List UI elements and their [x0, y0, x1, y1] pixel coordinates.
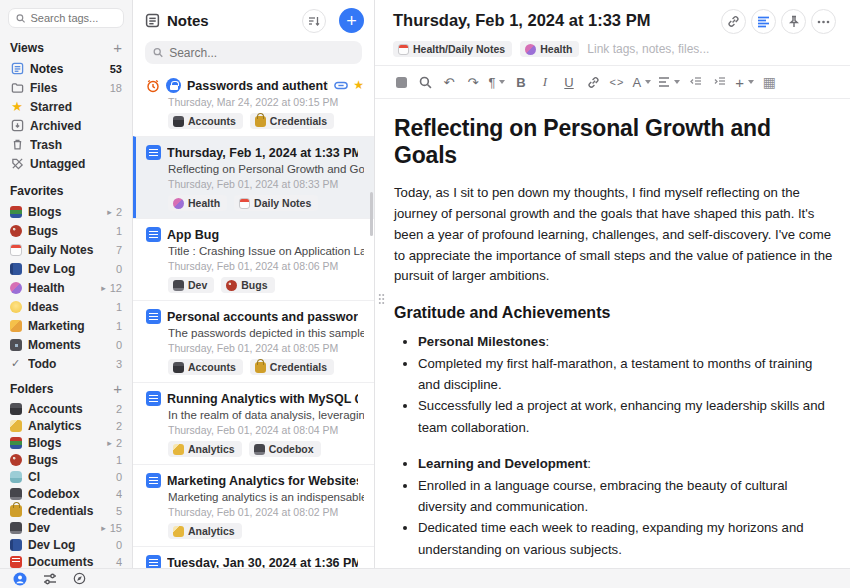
tag-search-input[interactable] — [8, 8, 124, 28]
sidebar-item[interactable]: Todo 3 — [8, 354, 124, 373]
notes-search-field[interactable] — [169, 46, 354, 60]
bold-icon[interactable]: B — [509, 71, 533, 93]
note-doc-icon — [146, 391, 161, 406]
tag-search-field[interactable] — [30, 12, 116, 24]
tag-chip[interactable]: Accounts — [168, 359, 243, 375]
sidebar-item[interactable]: Dev Log 0 — [8, 536, 124, 553]
chevron-right-icon[interactable]: ▸ — [101, 523, 106, 533]
notes-scrollbar-thumb[interactable] — [370, 192, 373, 236]
italic-icon[interactable]: I — [533, 71, 557, 93]
sidebar-item[interactable]: Marketing 1 — [8, 316, 124, 335]
chevron-right-icon[interactable]: ▸ — [107, 207, 112, 217]
tag-chip[interactable]: Codebox — [249, 441, 321, 457]
sidebar-item[interactable]: Dev ▸ 15 — [8, 519, 124, 536]
tag-chip[interactable]: Bugs — [221, 277, 274, 293]
tag-chip[interactable]: Analytics — [168, 441, 242, 457]
tag-emoji-icon — [10, 339, 22, 351]
sidebar-item-archived[interactable]: Archived — [8, 116, 124, 135]
sidebar-item[interactable]: Moments 0 — [8, 335, 124, 354]
sidebar-item[interactable]: Health ▸ 12 — [8, 278, 124, 297]
sidebar-item-files[interactable]: Files 18 — [8, 78, 124, 97]
add-folder-button[interactable]: + — [113, 384, 122, 394]
sidebar-item-notes[interactable]: Notes 53 — [8, 59, 124, 78]
sidebar-item[interactable]: Daily Notes 7 — [8, 240, 124, 259]
sidebar-item[interactable]: Accounts 2 — [8, 400, 124, 417]
preferences-button[interactable] — [42, 571, 57, 586]
note-list-item[interactable]: Thursday, Feb 1, 2024 at 1:33 PM Reflect… — [133, 136, 374, 218]
chevron-right-icon[interactable]: ▸ — [101, 283, 106, 293]
sidebar-item[interactable]: Codebox 4 — [8, 485, 124, 502]
note-list-item[interactable]: Marketing Analytics for Websites Marketi… — [133, 464, 374, 546]
code-icon[interactable]: <> — [605, 71, 629, 93]
sidebar-item[interactable]: Bugs 1 — [8, 451, 124, 468]
sidebar: Views + Notes 53 Files 18 ★ Starred Arch… — [0, 0, 133, 568]
tag-chip[interactable]: Health — [520, 41, 579, 57]
underline-icon[interactable]: U — [557, 71, 581, 93]
note-preview: In the realm of data analysis, leveragin… — [168, 409, 364, 421]
sidebar-item-untagged[interactable]: Untagged — [8, 154, 124, 173]
account-icon — [13, 572, 27, 586]
insert-icon[interactable]: + — [732, 71, 758, 93]
tag-chip[interactable]: Dev — [168, 277, 214, 293]
sidebar-item[interactable]: Blogs ▸ 2 — [8, 434, 124, 451]
note-list-item[interactable]: Tuesday, Jan 30, 2024 at 1:36 PM I've co… — [133, 546, 374, 568]
pin-note-button[interactable] — [781, 9, 806, 34]
tag-emoji-icon — [173, 526, 184, 537]
add-view-button[interactable]: + — [113, 43, 122, 53]
text-color-icon[interactable]: A — [629, 71, 655, 93]
notes-search-input[interactable] — [145, 41, 362, 64]
note-editor-title[interactable]: Thursday, Feb 1, 2024 at 1:33 PM — [393, 9, 721, 30]
editor-bullet-item: Personal Milestones: — [418, 331, 834, 352]
favorites-section-title: Favorites — [10, 184, 63, 198]
tag-chip[interactable]: Health/Daily Notes — [393, 41, 512, 57]
tag-emoji-icon — [173, 362, 184, 373]
sidebar-item[interactable]: Documents 4 — [8, 553, 124, 568]
folder-icon — [10, 81, 24, 95]
add-note-button[interactable]: + — [339, 8, 364, 33]
link-icon[interactable] — [581, 71, 605, 93]
note-list-item[interactable]: Running Analytics with MySQL Queries In … — [133, 382, 374, 464]
paragraph-style-icon[interactable]: ¶ — [485, 71, 509, 93]
sidebar-item[interactable]: CI 0 — [8, 468, 124, 485]
tag-chip[interactable]: Analytics — [168, 523, 242, 539]
appearance-button[interactable] — [72, 571, 87, 586]
sidebar-item[interactable]: Dev Log 0 — [8, 259, 124, 278]
outdent-icon[interactable] — [684, 71, 708, 93]
drag-handle-icon[interactable] — [378, 293, 385, 304]
chevron-right-icon[interactable]: ▸ — [107, 438, 112, 448]
sidebar-item[interactable]: Bugs 1 — [8, 221, 124, 240]
tag-chip[interactable]: Credentials — [250, 359, 334, 375]
tag-chip[interactable]: Daily Notes — [234, 195, 318, 211]
undo-icon[interactable]: ↶ — [437, 71, 461, 93]
search-icon[interactable] — [413, 71, 437, 93]
toc-button[interactable] — [751, 9, 776, 34]
sidebar-item-starred[interactable]: ★ Starred — [8, 97, 124, 116]
sidebar-item-trash[interactable]: Trash — [8, 135, 124, 154]
link-tags-placeholder[interactable]: Link tags, notes, files... — [587, 42, 709, 56]
editor-content[interactable]: Reflecting on Personal Growth and GoalsT… — [375, 99, 850, 568]
tag-chip[interactable]: Accounts — [168, 113, 243, 129]
note-list-item[interactable]: App Bug Title : Crashing Issue on Applic… — [133, 218, 374, 300]
link-note-button[interactable] — [721, 9, 746, 34]
sidebar-item[interactable]: Blogs ▸ 2 — [8, 202, 124, 221]
sidebar-item[interactable]: Analytics 2 — [8, 417, 124, 434]
tag-emoji-icon — [254, 444, 265, 455]
format-icon[interactable] — [389, 71, 413, 93]
views-section-title: Views — [10, 41, 44, 55]
indent-icon[interactable] — [708, 71, 732, 93]
align-icon[interactable] — [655, 71, 684, 93]
tag-emoji-icon — [525, 44, 536, 55]
tag-chip[interactable]: Health — [168, 195, 227, 211]
tag-chip[interactable]: Credentials — [250, 113, 334, 129]
sidebar-item[interactable]: Credentials 5 — [8, 502, 124, 519]
redo-icon[interactable]: ↷ — [461, 71, 485, 93]
note-list-item[interactable]: Personal accounts and passwords The pass… — [133, 300, 374, 382]
sort-button[interactable] — [302, 9, 326, 33]
note-preview: The passwords depicted in this sample no… — [168, 327, 364, 339]
table-icon[interactable]: ▦ — [757, 71, 781, 93]
more-options-button[interactable] — [811, 9, 836, 34]
sidebar-item[interactable]: Ideas 1 — [8, 297, 124, 316]
note-list-item[interactable]: Passwords and authenticator ★ Thursday, … — [133, 70, 374, 136]
note-date: Thursday, Feb 01, 2024 at 08:06 PM — [168, 260, 364, 272]
account-button[interactable] — [12, 571, 27, 586]
